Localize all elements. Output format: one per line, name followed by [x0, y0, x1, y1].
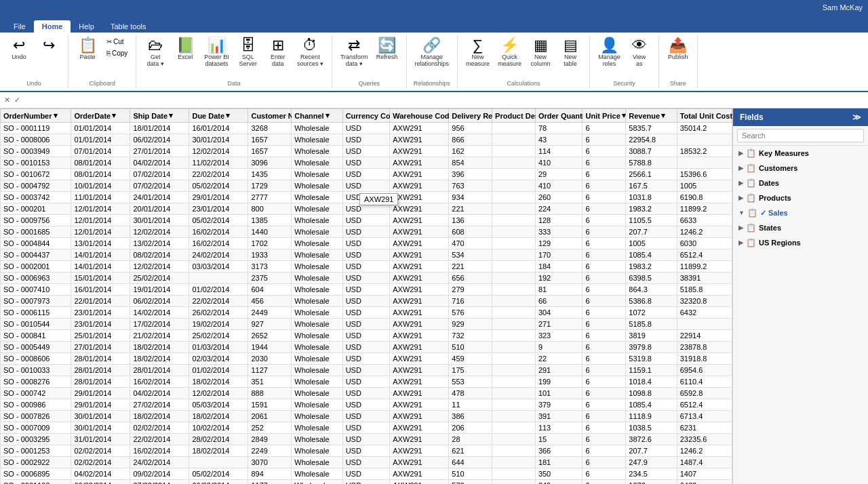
cancel-icon[interactable]: ✕ — [4, 96, 10, 104]
table-row[interactable]: SO - 000741016/01/201419/01/201401/02/20… — [1, 284, 732, 296]
sql-server-btn[interactable]: 🗄 SQLServer — [235, 37, 262, 68]
table-cell: USD — [342, 399, 390, 411]
fields-item-key-measures[interactable]: ▶📋Key Measures — [733, 146, 868, 161]
refresh-icon: 🔄 — [378, 38, 396, 53]
fields-item-dates[interactable]: ▶📋Dates — [733, 176, 868, 190]
table-cell: Wholesale — [292, 226, 342, 238]
publish-btn[interactable]: 📤 Publish — [665, 37, 692, 62]
view-as-btn[interactable]: 👁 Viewas — [626, 37, 653, 68]
table-cell: 15 — [535, 434, 583, 445]
col-unit-cost[interactable]: Total Unit Cost ▾ — [677, 109, 732, 123]
cut-btn[interactable]: ✂ Cut — [104, 37, 130, 47]
manage-roles-btn[interactable]: 👤 Manageroles — [595, 37, 623, 68]
col-delivery[interactable]: Delivery Region Index ▾ — [449, 109, 492, 123]
table-row[interactable]: SO - 000860628/01/201418/02/201402/03/20… — [1, 353, 732, 365]
fields-item-products[interactable]: ▶📋Products — [733, 190, 868, 205]
table-cell: 234.5 — [626, 468, 677, 480]
table-cell: SO - 0003295 — [1, 434, 71, 445]
table-cell: 22/02/2014 — [130, 434, 189, 445]
new-table-btn[interactable]: ▤ Newtable — [557, 37, 584, 68]
table-row[interactable]: SO - 000125302/02/201416/02/201418/02/20… — [1, 445, 732, 457]
col-warehouse[interactable]: Warehouse Code ▾ — [390, 109, 449, 123]
new-column-btn[interactable]: ▦ Newcolumn — [527, 37, 554, 68]
new-measure-btn[interactable]: ∑ Newmeasure — [463, 37, 492, 68]
col-order-date[interactable]: OrderDate ▾ — [71, 109, 130, 123]
undo-btn[interactable]: ↩ Undo — [5, 37, 33, 62]
table-row[interactable]: SO - 000611523/01/201414/02/201426/02/20… — [1, 307, 732, 319]
pbi-datasets-btn[interactable]: 📊 Power BIdatasets — [201, 37, 232, 68]
table-cell: USD — [342, 376, 390, 388]
table-row[interactable]: SO - 001054423/01/201417/02/201419/02/20… — [1, 319, 732, 330]
tab-file[interactable]: File — [5, 20, 34, 33]
tab-table-tools[interactable]: Table tools — [102, 20, 155, 33]
table-cell: 1085.4 — [626, 399, 677, 411]
table-row[interactable]: SO - 001015308/01/201404/02/201411/02/20… — [1, 157, 732, 169]
tab-help[interactable]: Help — [71, 20, 102, 33]
fields-item-us-regions[interactable]: ▶📋US Regions — [733, 235, 868, 250]
fields-item-states[interactable]: ▶📋States — [733, 220, 868, 235]
get-data-btn[interactable]: 🗁 Getdata ▾ — [142, 37, 169, 68]
fields-search-input[interactable] — [737, 129, 864, 142]
col-product[interactable]: Product Description Index ▾ — [492, 109, 536, 123]
table-row[interactable]: SO - 000443714/01/201408/02/201424/02/20… — [1, 249, 732, 261]
table-row[interactable]: SO - 000797322/01/201406/02/201422/02/20… — [1, 296, 732, 307]
quick-measure-btn[interactable]: ⚡ Quickmeasure — [495, 37, 524, 68]
table-cell — [492, 376, 536, 388]
table-row[interactable]: SO - 000827628/01/201416/02/201418/02/20… — [1, 376, 732, 388]
col-currency[interactable]: Currency Code ▾ — [342, 109, 390, 123]
recent-sources-btn[interactable]: ⏱ Recentsources ▾ — [294, 37, 326, 68]
table-cell: 13/01/2014 — [71, 238, 130, 249]
paste-btn[interactable]: 📋 Paste — [74, 37, 101, 62]
table-row[interactable]: SO - 000329531/01/201422/02/201428/02/20… — [1, 434, 732, 445]
refresh-btn[interactable]: 🔄 Refresh — [374, 37, 401, 62]
table-cell: SO - 0008006 — [1, 134, 71, 146]
table-cell: 379 — [535, 399, 583, 411]
copy-btn[interactable]: ⎘ Copy — [104, 48, 130, 58]
data-table-wrapper[interactable]: OrderNumber ▾ OrderDate ▾ Ship Date ▾ Du… — [0, 108, 732, 484]
table-row[interactable]: SO - 000168512/01/201412/02/201416/02/20… — [1, 226, 732, 238]
tab-home[interactable]: Home — [34, 20, 71, 33]
table-row[interactable]: SO - 000696315/01/201425/02/20142375Whol… — [1, 273, 732, 284]
col-channel[interactable]: Channel ▾ — [292, 109, 342, 123]
table-row[interactable]: SO - 000689504/02/201409/02/201405/02/20… — [1, 468, 732, 480]
table-cell: 6 — [583, 284, 626, 296]
excel-btn[interactable]: 📗 Excel — [172, 37, 199, 62]
table-row[interactable]: SO - 001003328/01/201428/01/201401/02/20… — [1, 365, 732, 376]
table-row[interactable]: SO - 000484413/01/201413/02/201416/02/20… — [1, 238, 732, 249]
col-customer[interactable]: Customer Name Index ▾ — [248, 109, 292, 123]
col-qty[interactable]: Order Quantity ▾ — [535, 109, 583, 123]
table-row[interactable]: SO - 000479210/01/201407/02/201405/02/20… — [1, 180, 732, 192]
col-due-date[interactable]: Due Date ▾ — [189, 109, 248, 123]
table-row[interactable]: SO - 000700930/01/201402/02/201410/02/20… — [1, 422, 732, 434]
table-cell: Wholesale — [292, 376, 342, 388]
table-cell: AXW291 — [390, 284, 449, 296]
table-row[interactable]: SO - 00084125/01/201421/02/201425/02/201… — [1, 330, 732, 342]
table-cell: 888 — [248, 388, 292, 399]
redo-btn[interactable]: ↪ — [35, 37, 62, 54]
col-revenue[interactable]: Revenue ▾ — [626, 109, 677, 123]
transform-data-btn[interactable]: ⇄ Transformdata ▾ — [338, 37, 371, 68]
col-unit-price[interactable]: Unit Price ▾ — [583, 109, 626, 123]
table-row[interactable]: SO - 001067208/01/201407/02/201422/02/20… — [1, 169, 732, 180]
table-row[interactable]: SO - 000111901/01/201418/01/201416/01/20… — [1, 123, 732, 134]
table-cell: 5835.7 — [626, 123, 677, 134]
table-row[interactable]: SO - 00074229/01/201404/02/201412/02/201… — [1, 388, 732, 399]
table-row[interactable]: SO - 00098629/01/201427/02/201405/03/201… — [1, 399, 732, 411]
table-row[interactable]: SO - 000394907/01/201427/01/201412/02/20… — [1, 146, 732, 157]
fields-item-customers[interactable]: ▶📋Customers — [733, 161, 868, 176]
table-cell: SO - 0002922 — [1, 457, 71, 468]
enter-data-btn[interactable]: ⊞ Enterdata — [264, 37, 292, 68]
manage-relationships-btn[interactable]: 🔗 Managerelationships — [412, 37, 452, 68]
table-row[interactable]: SO - 000975612/01/201430/01/201405/02/20… — [1, 215, 732, 226]
table-row[interactable]: SO - 000800601/01/201406/02/201430/01/20… — [1, 134, 732, 146]
col-order-number[interactable]: OrderNumber ▾ — [1, 109, 71, 123]
table-row[interactable]: SO - 000119306/02/201407/02/201406/02/20… — [1, 480, 732, 485]
fields-item-sales[interactable]: ▼📋✓ Sales — [733, 205, 868, 220]
fields-expand-icon[interactable]: ≫ — [852, 113, 861, 122]
table-row[interactable]: SO - 000292202/02/201424/02/20143070Whol… — [1, 457, 732, 468]
table-row[interactable]: SO - 000544927/01/201418/02/201401/03/20… — [1, 342, 732, 353]
table-row[interactable]: SO - 000200114/01/201412/02/201403/03/20… — [1, 261, 732, 273]
table-row[interactable]: SO - 000782630/01/201418/02/201418/02/20… — [1, 411, 732, 422]
col-ship-date[interactable]: Ship Date ▾ — [130, 109, 189, 123]
confirm-icon[interactable]: ✓ — [14, 96, 20, 104]
